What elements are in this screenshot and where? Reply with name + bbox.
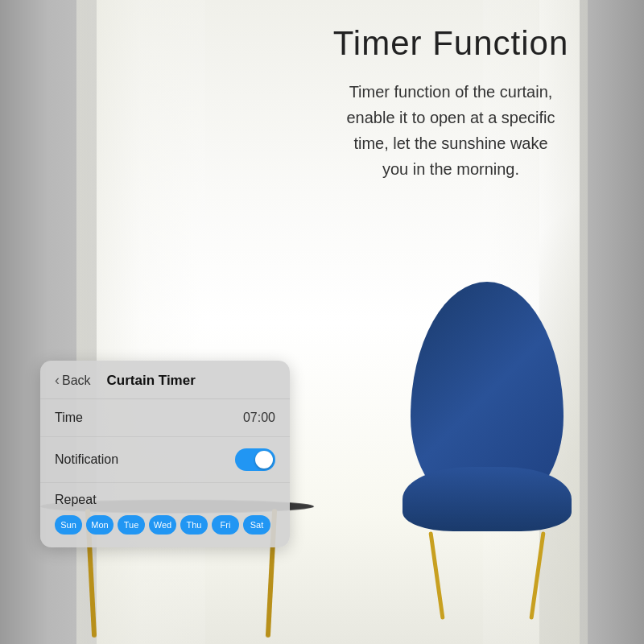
chair-seat	[402, 467, 572, 531]
day-btn-wed[interactable]: Wed	[149, 515, 176, 535]
phone-panel: ‹ Back Curtain Timer Time 07:00 Notifica…	[40, 361, 290, 547]
chair	[394, 282, 580, 620]
day-btn-tue[interactable]: Tue	[118, 515, 145, 535]
day-btn-sun[interactable]: Sun	[55, 515, 82, 535]
time-row: Time 07:00	[40, 399, 290, 437]
back-button[interactable]: ‹ Back	[55, 372, 91, 389]
notification-row: Notification	[40, 437, 290, 483]
day-btn-thu[interactable]: Thu	[180, 515, 208, 535]
curtain-right	[580, 0, 644, 644]
repeat-label: Repeat	[55, 493, 275, 507]
time-value[interactable]: 07:00	[243, 411, 275, 425]
chair-leg-right	[529, 531, 545, 620]
back-label: Back	[62, 374, 91, 388]
repeat-section: Repeat SunMonTueWedThuFriSat	[40, 483, 290, 547]
panel-title: Curtain Timer	[107, 373, 196, 389]
day-btn-fri[interactable]: Fri	[212, 515, 239, 535]
subtitle: Timer function of the curtain, enable it…	[322, 79, 580, 182]
time-label: Time	[55, 411, 83, 425]
notification-label: Notification	[55, 452, 118, 467]
panel-header: ‹ Back Curtain Timer	[40, 361, 290, 399]
chair-leg-left	[428, 531, 444, 620]
day-btn-mon[interactable]: Mon	[86, 515, 114, 535]
days-row: SunMonTueWedThuFriSat	[55, 515, 275, 535]
page-title: Timer Function	[322, 24, 580, 63]
day-btn-sat[interactable]: Sat	[243, 515, 270, 535]
toggle-knob	[255, 451, 273, 469]
notification-toggle[interactable]	[235, 448, 275, 471]
title-area: Timer Function Timer function of the cur…	[322, 24, 580, 182]
back-chevron-icon: ‹	[55, 372, 60, 389]
